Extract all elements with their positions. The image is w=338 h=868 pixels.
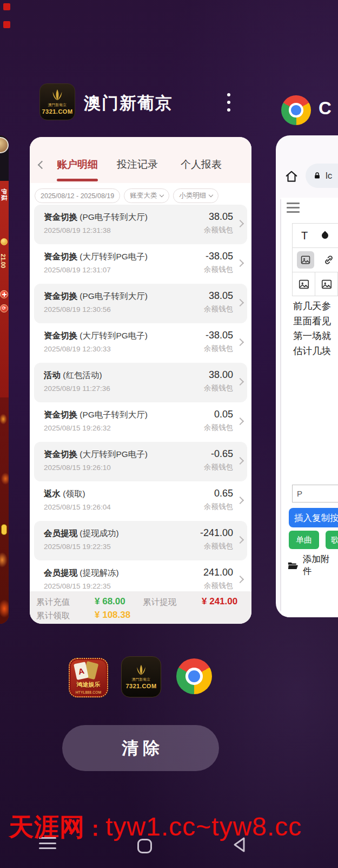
category-filter-chip[interactable]: 账变大类 [124, 188, 169, 203]
row-amount: -241.00 [200, 521, 233, 539]
recharge-label: 累计充值 [36, 597, 70, 608]
row-amount: 38.05 [204, 205, 233, 223]
lotus-emblem-icon [49, 89, 65, 102]
icon-brand-text: 澳門新葡京 [48, 102, 67, 107]
table-row[interactable]: 资金切换 (大厅转到PG电子) 2025/08/19 12:30:33 -38.… [34, 323, 247, 363]
back-chevron-icon[interactable] [38, 160, 47, 169]
row-wallet: 余额钱包 [204, 420, 233, 433]
transaction-list: 资金切换 (PG电子转到大厅) 2025/08/19 12:31:38 38.0… [30, 205, 251, 600]
dock-app2-domain: 7321.COM [125, 683, 156, 689]
row-wallet: 余额钱包 [204, 302, 233, 314]
insert-copy-button[interactable]: 插入复制按 [289, 508, 338, 527]
collect-value: ¥ 108.38 [95, 610, 130, 621]
image-cell-button[interactable] [293, 272, 315, 296]
folder-icon [288, 561, 299, 570]
image-tool-selected[interactable] [297, 251, 314, 269]
table-row[interactable]: 资金切换 (PG电子转到大厅) 2025/08/15 19:26:32 0.05… [34, 402, 247, 442]
app-icon-macau: 澳門新葡京 7321.COM [39, 83, 75, 120]
chrome-app-card[interactable]: lc T [276, 135, 338, 617]
left-app-card[interactable]: 伊茲 21.00 ⟳ [0, 135, 9, 624]
table-row[interactable]: 资金切换 (PG电子转到大厅) 2025/08/19 12:31:38 38.0… [34, 205, 247, 244]
tab-bet-records[interactable]: 投注记录 [117, 158, 158, 172]
row-amount: 38.00 [204, 363, 233, 381]
game-fire-area [0, 397, 9, 624]
withdraw-value: ¥ 241.00 [202, 596, 237, 607]
color-drop-icon[interactable] [321, 231, 330, 240]
lotus-emblem-icon [134, 664, 149, 676]
row-wallet: 余额钱包 [204, 341, 233, 354]
table-row[interactable]: 返水 (领取) 2025/08/15 19:26:04 0.65 余额钱包 [34, 481, 247, 521]
chevron-down-icon [160, 193, 164, 197]
filter-row: 2025/08/12 - 2025/08/19 账变大类 小类明细 [35, 188, 218, 203]
add-attachment[interactable]: 添加附件 [288, 553, 338, 577]
image-icon [298, 278, 310, 290]
table-row[interactable]: 资金切换 (大厅转到PG电子) 2025/08/19 12:31:07 -38.… [34, 244, 247, 284]
home-icon[interactable] [284, 169, 299, 184]
dock-app2-brand: 澳門新葡京 [132, 677, 151, 682]
dock-icon-chrome[interactable] [176, 658, 212, 694]
table-row[interactable]: 资金切换 (PG电子转到大厅) 2025/08/19 12:30:56 38.0… [34, 284, 247, 323]
dock-icon-macau[interactable]: 澳門新葡京 7321.COM [121, 656, 161, 697]
row-amount: 0.65 [204, 481, 233, 499]
row-wallet: 余额钱包 [204, 262, 233, 275]
clear-all-button[interactable]: 清除 [62, 725, 219, 771]
row-wallet: 余额钱包 [204, 223, 233, 235]
row-wallet: 余额钱包 [203, 578, 233, 591]
content-left-border [280, 199, 281, 611]
table-row[interactable]: 会员提现 (提现成功) 2025/08/15 19:22:35 -241.00 … [34, 521, 247, 560]
tab-personal-report[interactable]: 个人报表 [181, 158, 222, 172]
table-row[interactable]: 资金切换 (大厅转到PG电子) 2025/08/15 19:26:10 -0.6… [34, 442, 247, 481]
gold-badge [1, 524, 7, 535]
editor-toolbar: T [292, 223, 338, 296]
row-wallet: 余额钱包 [204, 499, 233, 512]
chrome-card-title: C [319, 98, 332, 119]
tab-band: 账户明细 投注记录 个人报表 [30, 137, 251, 183]
row-amount: -0.65 [204, 442, 233, 460]
kebab-menu-icon[interactable] [227, 93, 231, 116]
row-amount: 38.05 [204, 284, 233, 302]
row-amount: 0.05 [204, 402, 233, 420]
active-tab-underline [57, 179, 98, 181]
image-icon [321, 278, 333, 290]
withdraw-label: 累计提现 [143, 597, 176, 608]
add-coin-button[interactable] [0, 290, 8, 298]
page-menu-icon[interactable] [287, 203, 300, 216]
player-name: 伊茲 [0, 189, 8, 201]
chevron-down-icon [209, 193, 213, 197]
text-tool-button[interactable]: T [301, 230, 308, 242]
main-app-card[interactable]: 账户明细 投注记录 个人报表 2025/08/12 - 2025/08/19 账… [30, 137, 251, 624]
chrome-icon [281, 95, 311, 125]
game-body [0, 181, 9, 397]
table-row[interactable]: 活动 (红包活动) 2025/08/19 11:27:36 38.00 余额钱包 [34, 363, 247, 402]
summary-footer: 累计充值 ¥ 68.00 累计提现 ¥ 241.00 累计领取 ¥ 108.38 [30, 591, 251, 624]
row-wallet: 余额钱包 [204, 460, 233, 472]
lock-icon [313, 172, 321, 180]
refresh-button[interactable]: ⟳ [0, 304, 8, 312]
row-wallet: 余额钱包 [200, 539, 233, 551]
coin-icon [1, 238, 8, 245]
link-icon[interactable] [323, 254, 335, 266]
row-amount: 241.00 [203, 560, 233, 578]
address-bar[interactable]: lc [306, 164, 338, 188]
url-text: lc [326, 171, 332, 181]
date-range-chip[interactable]: 2025/08/12 - 2025/08/19 [35, 188, 120, 203]
dock-app1-domain: HTYL888.COM [70, 690, 107, 694]
tab-account-detail[interactable]: 账户明细 [57, 158, 98, 172]
image-icon [300, 254, 311, 265]
playlist-button[interactable]: 歌单 [326, 531, 338, 549]
status-red-icon [3, 3, 10, 10]
detail-filter-chip[interactable]: 小类明细 [173, 188, 218, 203]
dock-icon-htyl[interactable]: A 鸿途娱乐 HTYL888.COM [69, 658, 108, 697]
balance-value: 21.00 [0, 254, 6, 268]
watermark-text: 天涯网：tyw1.cc~tyw8.cc [9, 811, 337, 844]
post-text[interactable]: 前几天参 里面看见 第一场就 估计几块 [293, 299, 331, 358]
paragraph-status: P [292, 485, 338, 502]
image-cell-button[interactable] [315, 272, 338, 296]
row-amount: -38.05 [204, 323, 233, 341]
recent-apps-screen: 伊茲 21.00 ⟳ 澳門新葡京 7321.COM 澳门新葡京 账户明细 投注记… [0, 0, 338, 868]
single-song-button[interactable]: 单曲 [289, 531, 319, 549]
app-title: 澳门新葡京 [84, 92, 173, 115]
icon-domain-text: 7321.COM [42, 108, 72, 115]
collect-label: 累计领取 [36, 610, 70, 622]
row-wallet: 余额钱包 [204, 381, 233, 393]
